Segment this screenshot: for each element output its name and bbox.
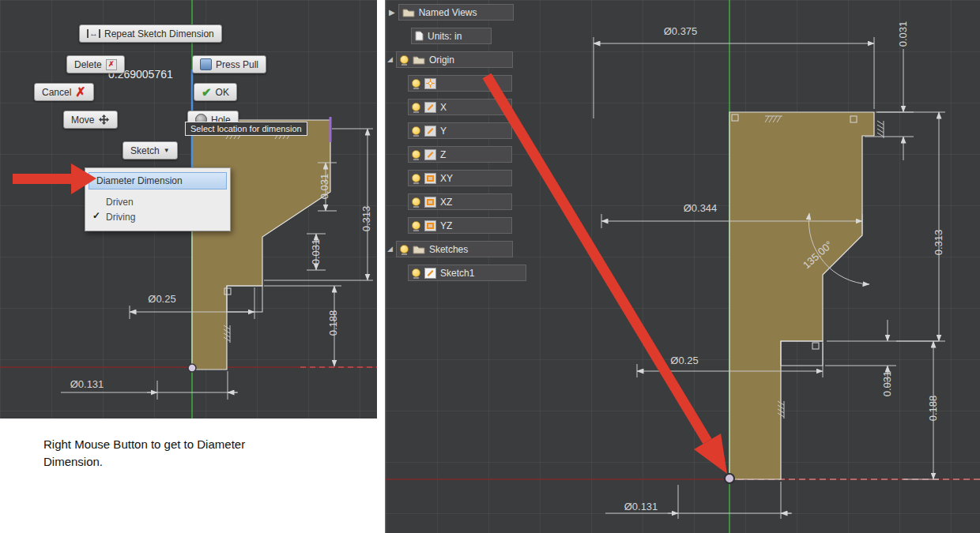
tree-label: YZ [440, 220, 452, 231]
browser-row-sketch1: Sketch1 [408, 265, 526, 281]
tooltip: Select location for dimension [185, 122, 307, 136]
menu-item-diameter-dimension[interactable]: Diameter Dimension [89, 172, 227, 190]
tree-item-sketch1[interactable]: Sketch1 [408, 265, 526, 281]
cancel-button[interactable]: Cancel ✗ [34, 83, 94, 101]
origin-point[interactable] [188, 364, 196, 372]
browser-row-origin-point [408, 75, 512, 92]
document-icon [415, 31, 424, 41]
right-sketch-canvas[interactable]: Ø0.375 0.031 Ø0.344 0.313 135.00° Ø0.25 … [385, 0, 980, 533]
repeat-button-label: Repeat Sketch Dimension [104, 28, 214, 39]
axis-icon [424, 102, 436, 113]
dim-label[interactable]: Ø0.25 [656, 355, 713, 367]
ok-button-label: OK [216, 87, 229, 98]
origin-point-icon [424, 78, 436, 89]
sketch-button-label: Sketch [130, 145, 160, 156]
check-icon: ✓ [92, 210, 100, 221]
tree-label: Sketch1 [440, 268, 474, 279]
visibility-bulb-icon[interactable] [412, 126, 420, 135]
tree-label: Sketches [429, 244, 468, 255]
press-pull-icon [200, 58, 212, 70]
dim-label[interactable]: 0.188 [927, 385, 940, 432]
tree-label: Z [440, 149, 446, 160]
browser-row-plane-xy: XY [408, 170, 512, 186]
plane-icon [424, 173, 436, 184]
dim-label[interactable]: Ø0.344 [672, 202, 729, 215]
folder-icon [413, 244, 425, 254]
dim-label[interactable]: Ø0.25 [134, 293, 190, 306]
visibility-bulb-icon[interactable] [412, 79, 420, 88]
visibility-bulb-icon[interactable] [412, 174, 420, 182]
dim-label[interactable]: Ø0.375 [652, 25, 709, 38]
move-button[interactable]: Move [63, 111, 118, 129]
dim-label[interactable]: 0.313 [360, 195, 373, 242]
expand-triangle-icon[interactable]: ◢ [387, 246, 393, 253]
browser-row-plane-xz: XZ [408, 193, 512, 210]
dim-label[interactable]: Ø0.131 [612, 501, 669, 513]
browser-row-origin: ◢ Origin [387, 51, 513, 68]
press-pull-button[interactable]: Press Pull [192, 55, 266, 73]
dim-label[interactable]: 0.031 [897, 10, 910, 58]
visibility-bulb-icon[interactable] [412, 268, 420, 277]
visibility-bulb-icon[interactable] [412, 221, 420, 230]
tree-item-origin[interactable]: Origin [396, 51, 513, 68]
tree-label: Y [440, 126, 447, 137]
tree-label: X [440, 102, 447, 113]
browser-row-axis-x: X [408, 99, 512, 115]
left-sketch-canvas[interactable]: 0.031 0.313 0.031 0.188 Ø0.25 Ø0.131 0.2… [0, 0, 377, 419]
profile-step-outline [227, 286, 262, 312]
dim-label[interactable]: 0.031 [318, 163, 331, 210]
expand-triangle-icon[interactable]: ◢ [387, 56, 393, 63]
sketch-profile[interactable] [729, 112, 874, 479]
folder-icon [413, 54, 425, 65]
tree-item-origin-point[interactable] [408, 75, 512, 92]
flyout-arrow-icon[interactable]: ▶ [389, 9, 395, 17]
browser-row-units: Units: in [411, 28, 492, 44]
plane-icon [424, 220, 436, 231]
profile-step-outline [781, 341, 823, 366]
tree-item-plane-xz[interactable]: XZ [408, 193, 512, 210]
dim-label[interactable]: 0.031 [881, 360, 894, 407]
sketch-dropdown-button[interactable]: Sketch ▼ [122, 141, 178, 160]
origin-point[interactable] [725, 474, 734, 483]
chevron-down-icon: ▼ [164, 148, 170, 154]
dim-label[interactable]: 0.031 [310, 228, 322, 276]
dim-label[interactable]: Ø0.131 [58, 378, 115, 391]
move-icon [98, 114, 110, 126]
delete-button[interactable]: Delete ✗ [66, 55, 125, 73]
cancel-x-icon: ✗ [75, 86, 85, 99]
delete-icon: ✗ [106, 59, 117, 70]
visibility-bulb-icon[interactable] [400, 245, 409, 253]
folder-icon [402, 7, 415, 17]
visibility-bulb-icon[interactable] [412, 150, 420, 159]
tree-label: XY [440, 173, 453, 184]
tree-item-plane-xy[interactable]: XY [408, 170, 512, 186]
visibility-bulb-icon[interactable] [412, 197, 420, 206]
tree-item-sketches[interactable]: Sketches [396, 241, 513, 257]
tree-item-axis-y[interactable]: Y [408, 122, 512, 139]
browser-row-sketches: ◢ Sketches [387, 241, 513, 257]
visibility-bulb-icon[interactable] [412, 103, 420, 111]
axis-icon [424, 149, 436, 160]
menu-item-driven[interactable]: Driven [106, 197, 134, 208]
ok-check-icon: ✔ [202, 86, 212, 98]
tree-label: Units: in [428, 31, 462, 42]
browser-row-axis-z: Z [408, 146, 512, 163]
tree-label: Named Views [419, 7, 477, 18]
tree-item-units[interactable]: Units: in [411, 28, 492, 44]
tree-item-plane-yz[interactable]: YZ [408, 217, 512, 234]
menu-item-driving[interactable]: Driving [106, 212, 135, 223]
tree-item-axis-x[interactable]: X [408, 99, 512, 115]
tree-item-named-views[interactable]: Named Views [398, 4, 514, 21]
browser-row-named-views: ▶ Named Views [389, 4, 514, 21]
visibility-bulb-icon[interactable] [400, 55, 409, 64]
repeat-sketch-dimension-button[interactable]: ↔ Repeat Sketch Dimension [79, 24, 222, 43]
plane-icon [424, 197, 436, 208]
ok-button[interactable]: ✔ OK [194, 83, 237, 101]
dim-label[interactable]: 0.313 [933, 219, 945, 266]
dim-label[interactable]: 0.188 [327, 299, 340, 347]
sketch-icon [424, 268, 436, 279]
caption-text: Right Mouse Button to get to Diameter Di… [43, 436, 288, 471]
press-pull-button-label: Press Pull [216, 59, 258, 70]
tree-item-axis-z[interactable]: Z [408, 146, 512, 163]
corner-constraint-icon [812, 343, 819, 349]
